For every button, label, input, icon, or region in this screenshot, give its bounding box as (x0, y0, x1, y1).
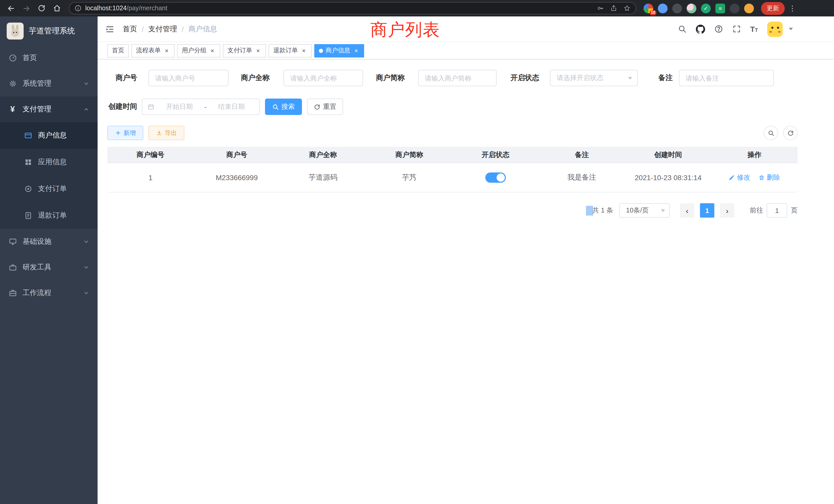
column-header: 商户编号 (107, 150, 194, 159)
extension-icon[interactable] (687, 3, 696, 13)
add-button[interactable]: 新增 (107, 126, 143, 140)
merchant-no-input[interactable] (148, 70, 228, 86)
fullscreen-icon[interactable] (732, 25, 741, 33)
github-icon[interactable] (696, 24, 705, 33)
back-icon[interactable] (4, 2, 18, 15)
password-key-icon[interactable] (597, 5, 604, 12)
sidebar-item-system[interactable]: 系统管理 (0, 71, 97, 96)
status-select[interactable]: 请选择开启状态 (550, 70, 638, 86)
site-info-icon[interactable] (74, 5, 82, 12)
extension-icon[interactable] (730, 3, 740, 13)
cell-status (453, 173, 539, 183)
next-page-button[interactable]: › (720, 203, 734, 217)
caret-down-icon[interactable] (789, 28, 793, 30)
toggle-search-button[interactable] (764, 126, 778, 140)
close-icon[interactable]: × (163, 47, 170, 54)
browser-update-button[interactable]: 更新 (761, 2, 785, 15)
sidebar-item-label: 工作流程 (23, 289, 51, 298)
breadcrumb-item-payment[interactable]: 支付管理 (148, 24, 177, 33)
extension-badge: 10 (650, 10, 656, 15)
cell-merchant-id: 1 (107, 174, 194, 182)
date-range-picker[interactable]: 开始日期 - 结束日期 (142, 98, 260, 115)
tab-merchant-info[interactable]: 商户信息 × (314, 44, 364, 57)
filter-create-time: 创建时间 开始日期 - 结束日期 (107, 98, 260, 115)
remark-input[interactable] (679, 70, 774, 86)
delete-link[interactable]: 删除 (759, 173, 780, 182)
hamburger-icon[interactable] (105, 24, 114, 33)
font-size-icon[interactable]: TT (750, 25, 758, 33)
home-icon[interactable] (50, 2, 64, 15)
close-icon[interactable]: × (301, 47, 307, 54)
cell-remark: 我是备注 (539, 173, 625, 182)
extension-icon[interactable] (658, 3, 667, 13)
tab-home[interactable]: 首页 (107, 44, 129, 57)
sidebar-item-label: 应用信息 (38, 158, 67, 167)
avatar[interactable] (767, 21, 783, 37)
extension-icon[interactable]: ✓ (701, 3, 711, 13)
extension-icon[interactable] (744, 3, 754, 13)
briefcase-icon (8, 289, 17, 297)
bookmark-star-icon[interactable] (623, 5, 631, 12)
export-button[interactable]: 导出 (148, 126, 184, 140)
tab-user-group[interactable]: 用户分组 × (177, 44, 220, 57)
url-path: /pay/merchant (127, 5, 167, 12)
date-end-placeholder[interactable]: 结束日期 (208, 102, 254, 111)
close-icon[interactable]: × (255, 47, 261, 54)
sidebar-item-payment[interactable]: ¥ 支付管理 (0, 96, 97, 122)
goto-page-input[interactable] (767, 203, 787, 217)
refresh-table-button[interactable] (783, 126, 797, 140)
reload-icon[interactable] (35, 2, 48, 15)
sidebar-item-infrastructure[interactable]: 基础设施 (0, 229, 97, 255)
delete-link-label: 删除 (767, 173, 780, 182)
cell-create-time: 2021-10-23 08:31:14 (625, 174, 711, 182)
close-icon[interactable]: × (209, 47, 216, 54)
page-size-select[interactable]: 10条/页 (619, 203, 670, 217)
search-icon (272, 104, 279, 110)
sidebar-item-home[interactable]: 首页 (0, 45, 97, 71)
status-toggle[interactable] (485, 173, 506, 183)
page-1-button[interactable]: 1 (700, 203, 714, 217)
extension-icon[interactable] (672, 3, 682, 13)
app-logo-row[interactable]: 芋道管理系统 (0, 17, 97, 45)
address-bar[interactable]: localhost:1024/pay/merchant (69, 2, 636, 14)
sidebar-group-payment: ¥ 支付管理 商户信息 应用信息 支付订单 (0, 96, 97, 229)
sidebar-item-app-info[interactable]: 应用信息 (0, 149, 97, 176)
sidebar-item-pay-order[interactable]: 支付订单 (0, 176, 97, 202)
help-icon[interactable] (714, 25, 723, 33)
sidebar-item-devtools[interactable]: 研发工具 (0, 255, 97, 280)
sidebar-item-refund-order[interactable]: 退款订单 (0, 202, 97, 229)
merchant-short-name-input[interactable] (418, 70, 497, 86)
sidebar-item-merchant-info[interactable]: 商户信息 (0, 122, 97, 149)
search-icon[interactable] (678, 25, 686, 33)
trash-icon (759, 175, 765, 181)
tab-pay-order[interactable]: 支付订单 × (223, 44, 266, 57)
prev-page-button[interactable]: ‹ (680, 203, 694, 217)
column-header: 开启状态 (453, 150, 539, 159)
total-count-label: 共 1 条 (592, 206, 613, 215)
tab-label: 流程表单 (136, 46, 161, 55)
forward-icon[interactable] (20, 2, 33, 15)
calendar-icon (147, 103, 155, 110)
tab-label: 用户分组 (182, 46, 206, 55)
extension-icon[interactable]: ≡ (716, 3, 725, 13)
share-icon[interactable] (610, 5, 617, 12)
cell-actions: 修改 删除 (711, 173, 797, 182)
extension-icon[interactable]: 10 (643, 3, 653, 13)
screen: localhost:1024/pay/merchant 10 ✓ ≡ (0, 0, 834, 504)
close-icon[interactable]: × (353, 47, 359, 54)
tab-process-form[interactable]: 流程表单 × (131, 44, 175, 57)
tab-label: 首页 (112, 46, 124, 55)
tags-view-bar: 首页 流程表单 × 用户分组 × 支付订单 × 退款订单 × 商户信息 × (97, 42, 834, 60)
merchant-full-name-input[interactable] (284, 70, 363, 86)
filter-merchant-short-name: 商户简称 (376, 70, 497, 86)
date-start-placeholder[interactable]: 开始日期 (157, 102, 202, 111)
breadcrumb-item-home[interactable]: 首页 (123, 24, 137, 33)
pay-order-icon (24, 184, 32, 193)
search-button[interactable]: 搜索 (265, 98, 302, 115)
tab-refund-order[interactable]: 退款订单 × (269, 44, 312, 57)
chevron-down-icon (628, 77, 632, 79)
reset-button[interactable]: 重置 (307, 98, 343, 115)
sidebar-item-workflow[interactable]: 工作流程 (0, 280, 97, 306)
edit-link[interactable]: 修改 (729, 173, 750, 182)
browser-menu-icon[interactable]: ⋮ (789, 4, 796, 12)
